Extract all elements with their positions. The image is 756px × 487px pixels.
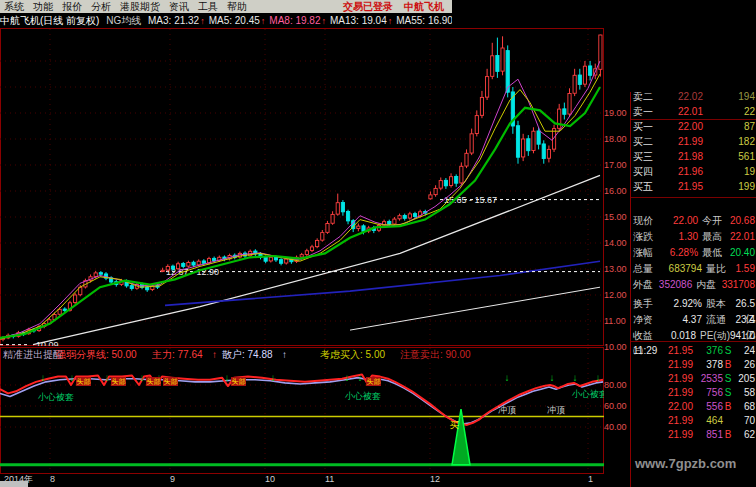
menu-item-5[interactable]: 资讯: [169, 0, 189, 13]
price-tick-label: 14.00: [604, 238, 629, 248]
quote-panel-mask: [630, 28, 756, 92]
indicator-sell-level: 注意卖出: 90.00: [400, 349, 471, 361]
top-tag-label: 头部: [164, 378, 178, 386]
ask-row-卖一[interactable]: 卖一22.0122: [633, 105, 755, 119]
stat-row-0: 现价22.00今开20.68: [633, 213, 755, 228]
tick-row-2: 21.992535S205: [633, 372, 755, 386]
indicator-annotation: 小心被套: [344, 391, 381, 401]
stat-row-6: 净资4.37流通23.4亿: [633, 312, 755, 327]
menu-items: 系统功能报价分析港股期货资讯工具帮助: [4, 0, 256, 13]
price-tick-label: 16.00: [604, 186, 629, 196]
ma-trend-arrow: ↑: [200, 16, 205, 26]
indicator-tick-label: 80.00: [604, 380, 629, 390]
indicator-buy-level: 考虑买入: 5.00: [320, 349, 385, 361]
tick-row-5: 21.9946470: [633, 414, 755, 428]
ma-label-3: MA13: 19.04: [330, 15, 387, 26]
indicator-annotation: 小心被套: [37, 392, 74, 402]
sell-warning-arrow-icon: ↓: [140, 372, 145, 383]
time-axis-label: 9: [170, 473, 175, 486]
indicator-annotation: 冲顶: [498, 405, 516, 415]
ma-trend-arrow: ↑: [261, 16, 266, 26]
sell-warning-arrow-icon: ↓: [573, 372, 578, 383]
indicator-name: 精准进出提醒: [3, 349, 63, 361]
top-tag-label: 头部: [367, 378, 381, 386]
time-axis-label: 1: [588, 473, 593, 486]
stat-row-4: 外盘352086内盘331708: [633, 277, 755, 292]
ma-label-4: MA55: 16.90: [396, 15, 452, 26]
price-tick-label: 19.00: [604, 108, 629, 118]
ask-row-卖二[interactable]: 卖二22.02194: [633, 90, 755, 104]
ma-indicator-label: NG均线: [106, 15, 141, 26]
tick-row-0: 11:2921.95376S24: [633, 344, 755, 358]
indicator-retail-value: 散户: 74.88: [222, 349, 273, 361]
ma-label-2: MA8: 19.82: [269, 15, 320, 26]
sell-warning-arrow-icon: ↓: [505, 372, 510, 383]
indicator-tick-label: 40.00: [604, 422, 629, 432]
sell-warning-arrow-icon: ↓: [70, 372, 75, 383]
chart-title-bar: 中航飞机(日线 前复权) NG均线 MA3: 21.32↑MA5: 20.45↑…: [0, 13, 452, 28]
bid-row-买五[interactable]: 买五21.95199: [633, 180, 755, 194]
sell-warning-arrow-icon: ↓: [105, 372, 110, 383]
bid-row-买四[interactable]: 买四21.9619: [633, 165, 755, 179]
stat-row-3: 总量683794量比1.59: [633, 261, 755, 276]
top-tag-label: 头部: [232, 378, 246, 386]
menu-item-0[interactable]: 系统: [4, 0, 24, 13]
ma-values: MA3: 21.32↑MA5: 20.45↑MA8: 19.82↑MA13: 1…: [148, 15, 452, 26]
sell-warning-arrow-icon: ↓: [550, 372, 555, 383]
time-axis-label: 11: [325, 473, 334, 486]
menu-item-4[interactable]: 港股期货: [120, 0, 160, 13]
indicator-annotation: 买: [450, 420, 459, 430]
stat-row-5: 换手2.92%股本26.5亿: [633, 296, 755, 311]
top-tag-label: 头部: [147, 378, 161, 386]
watermark: www.7gpzb.com: [635, 456, 753, 471]
main-candlestick-chart[interactable]: 15.65 - 15.6712.87 - 12.9010.09: [0, 28, 604, 346]
trading-app-window: 系统功能报价分析港股期货资讯工具帮助 交易已登录 中航飞机 中航飞机(日线 前复…: [0, 0, 756, 487]
stat-row-2: 涨幅6.28%最低20.40: [633, 245, 755, 260]
price-tick-label: 11.00: [604, 316, 629, 326]
main-up-arrow: ↑: [212, 349, 217, 361]
sell-warning-arrow-icon: ↓: [271, 372, 276, 383]
menu-item-3[interactable]: 分析: [91, 0, 111, 13]
sell-warning-arrow-icon: ↓: [596, 372, 601, 383]
indicator-tick-label: 60.00: [604, 401, 629, 411]
trade-login-status: 交易已登录: [343, 0, 393, 13]
price-axis: 19.0018.0017.0016.0015.0014.0013.0012.00…: [604, 0, 630, 487]
status-stock-name[interactable]: 中航飞机: [404, 0, 444, 13]
tick-row-4: 22.00556B68: [633, 400, 755, 414]
bid-row-买一[interactable]: 买一22.0087: [633, 120, 755, 134]
indicator-chart[interactable]: ↓↓↓↓↓↓↓↓↓↓↓↓↓头部头部头部头部头部头部小心被套小心被套小心被套冲顶冲…: [0, 347, 604, 474]
ma-trend-arrow: ↑: [321, 16, 326, 26]
tick-row-3: 21.99756S58: [633, 386, 755, 400]
top-tag-label: 头部: [77, 378, 91, 386]
sell-warning-arrow-icon: ↓: [41, 372, 46, 383]
sell-warning-arrow-icon: ↓: [358, 372, 363, 383]
stock-title: 中航飞机(日线 前复权): [0, 15, 99, 26]
tick-row-6: 21.99851B62: [633, 428, 755, 442]
menu-item-2[interactable]: 报价: [62, 0, 82, 13]
retail-up-arrow: ↑: [282, 349, 287, 361]
time-axis-label: 8: [50, 473, 55, 486]
ma-label-1: MA5: 20.45: [209, 15, 260, 26]
bottom-tab[interactable]: [0, 481, 28, 487]
menu-item-1[interactable]: 功能: [33, 0, 53, 13]
bid-row-买二[interactable]: 买二21.99182: [633, 135, 755, 149]
time-axis-label: 12: [430, 473, 440, 486]
menu-item-6[interactable]: 工具: [198, 0, 218, 13]
price-tick-label: 17.00: [604, 160, 629, 170]
ma-label-0: MA3: 21.32: [148, 15, 199, 26]
indicator-annotation: 冲顶: [547, 405, 565, 415]
indicator-divider-level: 强弱分界线: 50.00: [56, 349, 137, 361]
top-tag-label: 头部: [112, 378, 126, 386]
sell-warning-arrow-icon: ↓: [345, 372, 350, 383]
time-axis-label: 10: [265, 473, 275, 486]
menu-item-7[interactable]: 帮助: [227, 0, 247, 13]
bid-row-买三[interactable]: 买三21.98561: [633, 150, 755, 164]
price-tick-label: 13.00: [604, 264, 629, 274]
stat-row-1: 涨跌1.30最高22.01: [633, 229, 755, 244]
tick-row-1: 21.99378B26: [633, 358, 755, 372]
indicator-header: 精准进出提醒 强弱分界线: 50.00 主力: 77.64 ↑ 散户: 74.8…: [0, 349, 600, 361]
ma-trend-arrow: ↑: [388, 16, 393, 26]
indicator-main-value: 主力: 77.64: [152, 349, 203, 361]
price-tick-label: 18.00: [604, 134, 629, 144]
price-tick-label: 12.00: [604, 290, 629, 300]
